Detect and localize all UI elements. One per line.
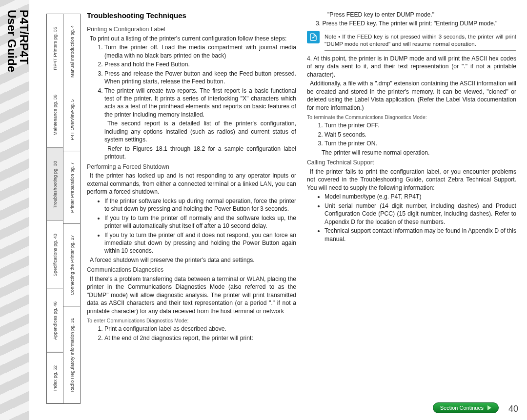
- section-heading: Troubleshooting Techniques: [87, 11, 296, 20]
- ts-bullet-3: Technical support contact information ma…: [324, 227, 516, 243]
- page-content: Troubleshooting Techniques Printing a Co…: [87, 11, 516, 406]
- subhead-tech-support: Calling Technical Support: [307, 159, 516, 166]
- nav-connecting[interactable]: Connecting the Printer pg. 27: [63, 224, 80, 306]
- note-box: Note • If the FEED key is not pressed wi…: [307, 31, 516, 51]
- nav-p4t-overview[interactable]: P4T Overview-pg. 5: [63, 88, 80, 151]
- config-tail-1: The second report is a detailed list of …: [104, 120, 296, 143]
- spine-line-2: User Guide: [5, 10, 19, 72]
- col2-step-4: 4. At this point, the printer is in DUMP…: [307, 55, 516, 79]
- terminate-steps: Turn the printer OFF. Wait 5 seconds. Tu…: [319, 121, 516, 147]
- nav-col-bottom: Manual Introduction pg. 4 P4T Overview-p…: [63, 14, 80, 403]
- fs-bullet-2: If you try to turn the printer off norma…: [104, 214, 296, 230]
- nav-maintenance[interactable]: Maintenance pg. 36: [47, 82, 63, 148]
- col2-step-3-text: Press the FEED key. The printer will pri…: [323, 20, 498, 27]
- section-continues-badge[interactable]: Section Continues: [433, 402, 499, 413]
- comm-diag-para: If there's a problem transferring data b…: [87, 275, 296, 315]
- forced-shutdown-tail: A forced shutdown will preserve the prin…: [87, 256, 296, 264]
- nav-index[interactable]: Index pg. 52: [47, 353, 63, 403]
- subhead-comm-diag: Communications Diagnostics: [87, 266, 296, 274]
- term-step-1: Turn the printer OFF.: [324, 121, 516, 129]
- nav-manual-intro[interactable]: Manual Introduction pg. 4: [63, 14, 80, 88]
- col2-quote-1: "Press FEED key to enter DUMP mode.": [324, 11, 516, 19]
- subhead-config-label: Printing a Configuration Label: [87, 25, 296, 33]
- column-right: "Press FEED key to enter DUMP mode." 3. …: [307, 11, 516, 406]
- nav-troubleshooting[interactable]: Troubleshooting pg. 38: [47, 148, 63, 221]
- nav-col-top: RP4T Printers pg. 35 Maintenance pg. 36 …: [47, 14, 63, 403]
- badge-text: Section Continues: [440, 405, 484, 411]
- ts-bullet-2: Unit serial number (14 digit number, inc…: [324, 202, 516, 226]
- terminate-tail: The printer will resume normal operation…: [319, 149, 516, 157]
- config-step-4: The printer will create two reports. The…: [104, 87, 296, 119]
- config-step-1: Turn the printer off. Load the media com…: [104, 43, 296, 60]
- fs-bullet-1: If the printer software locks up during …: [104, 197, 296, 213]
- note-text: Note • If the FEED key is not pressed wi…: [324, 31, 516, 51]
- subhead-forced-shutdown: Performing a Forced Shutdown: [87, 163, 296, 171]
- nav-printer-prep[interactable]: Printer Preparation pg. 7: [63, 151, 80, 224]
- intro-para-1: To print out a listing of the printer's …: [87, 35, 296, 42]
- nav-rp4t-printers[interactable]: RP4T Printers pg. 35: [47, 14, 63, 82]
- spine-line-1: P4T/RP4T: [18, 10, 31, 64]
- small-terminate-diag: To terminate the Communications Diagnost…: [307, 114, 516, 120]
- fs-bullet-3: If you try to turn the printer off and i…: [104, 231, 296, 255]
- forced-shutdown-para: It the printer has locked up and is not …: [87, 172, 296, 196]
- config-steps: Turn the printer off. Load the media com…: [99, 43, 296, 119]
- enter-diag-2: At the end of 2nd diagnostics report, th…: [104, 334, 296, 342]
- nav-specifications[interactable]: Specifications pg. 43: [47, 221, 63, 289]
- document-spine-title: P4T/RP4T User Guide: [5, 10, 32, 117]
- config-step-3: Press and release the Power button and k…: [104, 70, 296, 86]
- enter-diag-steps: Print a configuration label as described…: [99, 325, 296, 342]
- term-step-2: Wait 5 seconds.: [324, 131, 516, 139]
- col2-dmp-para: Additionally, a file with a ".dmp" exten…: [307, 80, 516, 112]
- config-step-2: Press and hold the Feed Button.: [104, 60, 296, 68]
- tech-support-bullets: Model number/type (e.g. P4T, RP4T) Unit …: [319, 193, 516, 243]
- enter-diag-1: Print a configuration label as described…: [104, 325, 296, 333]
- arrow-right-icon: [487, 405, 491, 410]
- small-enter-diag: To enter Communications Diagnostics Mode…: [87, 317, 296, 324]
- ts-bullet-1: Model number/type (e.g. P4T, RP4T): [324, 193, 516, 200]
- forced-shutdown-bullets: If the printer software locks up during …: [99, 197, 296, 255]
- nav-radio-reg[interactable]: Radio Regulatory Information pg. 31: [63, 307, 80, 403]
- column-left: Troubleshooting Techniques Printing a Co…: [87, 11, 296, 406]
- col2-step-3: 3. Press the FEED key. The printer will …: [316, 20, 516, 27]
- side-nav-table: RP4T Printers pg. 35 Maintenance pg. 36 …: [46, 14, 81, 404]
- page-number: 40: [508, 404, 518, 414]
- config-tail-2: Refer to Figures 18.1 through 18.2 for a…: [104, 145, 296, 161]
- nav-appendices[interactable]: Appendices pg. 46: [47, 289, 63, 353]
- note-icon: [307, 31, 320, 43]
- term-step-3: Turn the printer ON.: [324, 140, 516, 147]
- tech-support-para: If the printer fails to print the config…: [307, 168, 516, 192]
